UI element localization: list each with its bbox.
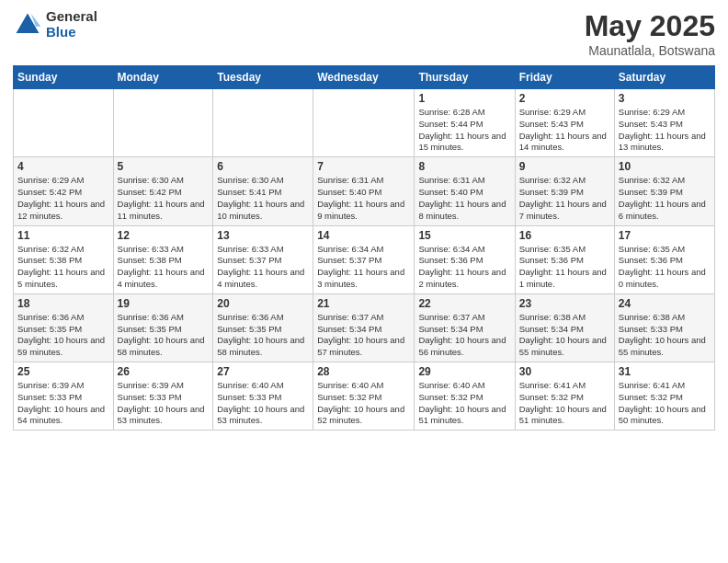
day-number: 21 (317, 297, 410, 310)
calendar-table: Sunday Monday Tuesday Wednesday Thursday… (13, 65, 715, 431)
day-detail: Sunrise: 6:34 AM Sunset: 5:36 PM Dayligh… (418, 244, 510, 291)
day-detail: Sunrise: 6:37 AM Sunset: 5:34 PM Dayligh… (418, 312, 510, 359)
day-number: 20 (217, 297, 309, 310)
day-cell: 5Sunrise: 6:30 AM Sunset: 5:42 PM Daylig… (113, 157, 213, 225)
day-cell: 27Sunrise: 6:40 AM Sunset: 5:33 PM Dayli… (213, 362, 313, 431)
header-saturday: Saturday (614, 66, 714, 89)
day-detail: Sunrise: 6:28 AM Sunset: 5:44 PM Dayligh… (418, 107, 510, 154)
day-number: 16 (519, 229, 610, 242)
day-detail: Sunrise: 6:41 AM Sunset: 5:32 PM Dayligh… (519, 380, 610, 427)
day-number: 18 (17, 297, 109, 310)
logo: General Blue (13, 9, 97, 40)
day-cell: 21Sunrise: 6:37 AM Sunset: 5:34 PM Dayli… (313, 293, 415, 362)
day-number: 23 (519, 297, 610, 310)
day-number: 29 (418, 365, 510, 378)
day-detail: Sunrise: 6:40 AM Sunset: 5:32 PM Dayligh… (418, 380, 510, 427)
day-number: 26 (118, 365, 210, 378)
header-wednesday: Wednesday (313, 66, 415, 89)
day-number: 31 (619, 365, 711, 378)
day-number: 7 (317, 160, 410, 173)
day-detail: Sunrise: 6:35 AM Sunset: 5:36 PM Dayligh… (519, 244, 610, 291)
week-row-5: 25Sunrise: 6:39 AM Sunset: 5:33 PM Dayli… (14, 362, 715, 431)
calendar-subtitle: Maunatlala, Botswana (585, 43, 715, 58)
day-number: 8 (418, 160, 510, 173)
day-cell (14, 89, 114, 157)
day-cell: 23Sunrise: 6:38 AM Sunset: 5:34 PM Dayli… (515, 293, 614, 362)
day-number: 15 (418, 229, 510, 242)
day-number: 1 (418, 92, 510, 105)
day-number: 12 (118, 229, 210, 242)
day-cell: 2Sunrise: 6:29 AM Sunset: 5:43 PM Daylig… (515, 89, 614, 157)
day-detail: Sunrise: 6:40 AM Sunset: 5:32 PM Dayligh… (317, 380, 410, 427)
day-detail: Sunrise: 6:32 AM Sunset: 5:39 PM Dayligh… (619, 175, 711, 222)
day-cell: 13Sunrise: 6:33 AM Sunset: 5:37 PM Dayli… (213, 225, 313, 293)
logo-text: General Blue (46, 9, 97, 40)
day-detail: Sunrise: 6:41 AM Sunset: 5:32 PM Dayligh… (619, 380, 711, 427)
day-number: 3 (619, 92, 711, 105)
header-friday: Friday (515, 66, 614, 89)
day-cell: 18Sunrise: 6:36 AM Sunset: 5:35 PM Dayli… (14, 293, 114, 362)
day-cell (313, 89, 415, 157)
day-cell: 11Sunrise: 6:32 AM Sunset: 5:38 PM Dayli… (14, 225, 114, 293)
day-detail: Sunrise: 6:29 AM Sunset: 5:43 PM Dayligh… (519, 107, 610, 154)
day-cell: 29Sunrise: 6:40 AM Sunset: 5:32 PM Dayli… (415, 362, 515, 431)
week-row-4: 18Sunrise: 6:36 AM Sunset: 5:35 PM Dayli… (14, 293, 715, 362)
day-cell: 28Sunrise: 6:40 AM Sunset: 5:32 PM Dayli… (313, 362, 415, 431)
day-cell: 4Sunrise: 6:29 AM Sunset: 5:42 PM Daylig… (14, 157, 114, 225)
day-detail: Sunrise: 6:33 AM Sunset: 5:37 PM Dayligh… (217, 244, 309, 291)
page: General Blue May 2025 Maunatlala, Botswa… (0, 0, 728, 563)
day-cell: 30Sunrise: 6:41 AM Sunset: 5:32 PM Dayli… (515, 362, 614, 431)
day-detail: Sunrise: 6:37 AM Sunset: 5:34 PM Dayligh… (317, 312, 410, 359)
day-number: 13 (217, 229, 309, 242)
day-detail: Sunrise: 6:40 AM Sunset: 5:33 PM Dayligh… (217, 380, 309, 427)
day-detail: Sunrise: 6:30 AM Sunset: 5:42 PM Dayligh… (118, 175, 210, 222)
logo-icon (13, 10, 42, 40)
day-number: 9 (519, 160, 610, 173)
day-cell: 22Sunrise: 6:37 AM Sunset: 5:34 PM Dayli… (415, 293, 515, 362)
day-cell: 17Sunrise: 6:35 AM Sunset: 5:36 PM Dayli… (614, 225, 714, 293)
day-detail: Sunrise: 6:36 AM Sunset: 5:35 PM Dayligh… (217, 312, 309, 359)
day-detail: Sunrise: 6:34 AM Sunset: 5:37 PM Dayligh… (317, 244, 410, 291)
day-cell: 6Sunrise: 6:30 AM Sunset: 5:41 PM Daylig… (213, 157, 313, 225)
day-detail: Sunrise: 6:31 AM Sunset: 5:40 PM Dayligh… (317, 175, 410, 222)
day-detail: Sunrise: 6:38 AM Sunset: 5:34 PM Dayligh… (519, 312, 610, 359)
day-cell: 26Sunrise: 6:39 AM Sunset: 5:33 PM Dayli… (113, 362, 213, 431)
logo-general-text: General (46, 9, 97, 25)
day-cell: 25Sunrise: 6:39 AM Sunset: 5:33 PM Dayli… (14, 362, 114, 431)
day-detail: Sunrise: 6:39 AM Sunset: 5:33 PM Dayligh… (17, 380, 109, 427)
day-number: 10 (619, 160, 711, 173)
day-detail: Sunrise: 6:31 AM Sunset: 5:40 PM Dayligh… (418, 175, 510, 222)
day-cell (113, 89, 213, 157)
day-cell: 9Sunrise: 6:32 AM Sunset: 5:39 PM Daylig… (515, 157, 614, 225)
title-block: May 2025 Maunatlala, Botswana (585, 9, 715, 58)
day-number: 22 (418, 297, 510, 310)
day-cell: 16Sunrise: 6:35 AM Sunset: 5:36 PM Dayli… (515, 225, 614, 293)
day-cell: 1Sunrise: 6:28 AM Sunset: 5:44 PM Daylig… (415, 89, 515, 157)
day-number: 27 (217, 365, 309, 378)
day-cell (213, 89, 313, 157)
day-cell: 20Sunrise: 6:36 AM Sunset: 5:35 PM Dayli… (213, 293, 313, 362)
day-detail: Sunrise: 6:32 AM Sunset: 5:39 PM Dayligh… (519, 175, 610, 222)
day-number: 4 (17, 160, 109, 173)
day-cell: 8Sunrise: 6:31 AM Sunset: 5:40 PM Daylig… (415, 157, 515, 225)
header-monday: Monday (113, 66, 213, 89)
day-detail: Sunrise: 6:32 AM Sunset: 5:38 PM Dayligh… (17, 244, 109, 291)
day-detail: Sunrise: 6:36 AM Sunset: 5:35 PM Dayligh… (118, 312, 210, 359)
day-detail: Sunrise: 6:36 AM Sunset: 5:35 PM Dayligh… (17, 312, 109, 359)
header-sunday: Sunday (14, 66, 114, 89)
day-number: 28 (317, 365, 410, 378)
day-cell: 12Sunrise: 6:33 AM Sunset: 5:38 PM Dayli… (113, 225, 213, 293)
day-detail: Sunrise: 6:29 AM Sunset: 5:43 PM Dayligh… (619, 107, 711, 154)
day-number: 24 (619, 297, 711, 310)
header-tuesday: Tuesday (213, 66, 313, 89)
week-row-3: 11Sunrise: 6:32 AM Sunset: 5:38 PM Dayli… (14, 225, 715, 293)
weekday-header-row: Sunday Monday Tuesday Wednesday Thursday… (14, 66, 715, 89)
day-cell: 31Sunrise: 6:41 AM Sunset: 5:32 PM Dayli… (614, 362, 714, 431)
logo-blue-text: Blue (46, 25, 97, 40)
day-detail: Sunrise: 6:30 AM Sunset: 5:41 PM Dayligh… (217, 175, 309, 222)
calendar-title: May 2025 (585, 9, 715, 43)
day-number: 25 (17, 365, 109, 378)
header-thursday: Thursday (415, 66, 515, 89)
day-number: 5 (118, 160, 210, 173)
day-cell: 15Sunrise: 6:34 AM Sunset: 5:36 PM Dayli… (415, 225, 515, 293)
